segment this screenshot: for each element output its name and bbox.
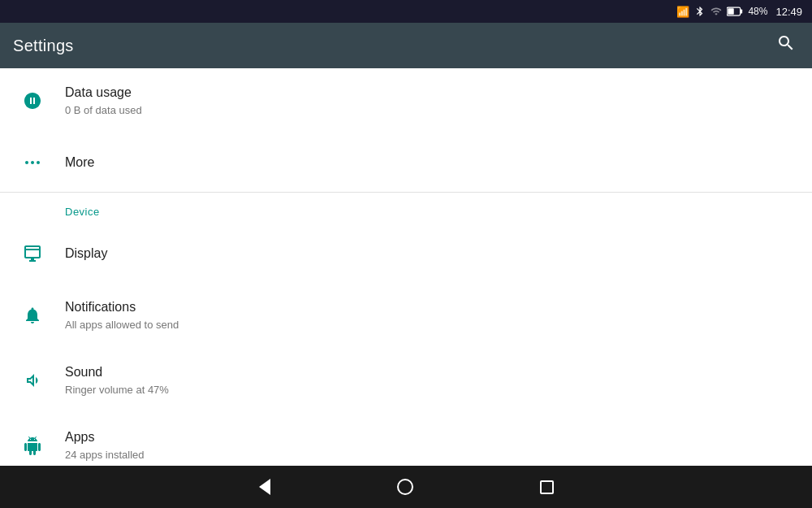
more-icon [23,153,42,172]
time-display: 12:49 [775,6,802,18]
search-icon [776,33,796,53]
more-icon-container [13,153,52,172]
search-button[interactable] [773,30,799,61]
status-bar-right: 📶 48% 12:49 [676,6,802,18]
notifications-title: Notifications [65,298,799,316]
data-usage-icon [23,91,42,111]
battery-percentage: 48% [748,6,767,17]
app-bar: Settings [0,23,812,68]
data-usage-text: Data usage 0 B of data used [65,84,799,117]
svg-rect-2 [728,8,735,15]
more-text: More [65,154,799,172]
apps-icon-container [13,436,52,455]
data-usage-item[interactable]: Data usage 0 B of data used [0,68,812,133]
data-usage-title: Data usage [65,84,799,102]
display-icon-container [13,244,52,263]
data-usage-subtitle: 0 B of data used [65,104,799,118]
display-text: Display [65,245,799,263]
data-usage-icon-container [13,91,52,111]
display-icon [23,244,42,263]
sound-item[interactable]: Sound Ringer volume at 47% [0,348,812,413]
apps-text: Apps 24 apps installed [65,428,799,462]
notifications-item[interactable]: Notifications All apps allowed to send [0,283,812,348]
notifications-subtitle: All apps allowed to send [65,319,799,332]
recents-button[interactable] [533,474,560,501]
svg-rect-1 [741,10,743,14]
more-item[interactable]: More [0,133,812,192]
sound-icon-container [13,371,52,390]
sound-text: Sound Ringer volume at 47% [65,363,799,397]
app-bar-title: Settings [13,37,74,55]
bluetooth-icon: 📶 [676,6,689,18]
back-button[interactable] [253,472,277,501]
svg-point-4 [31,161,34,164]
device-section-header: Device [0,193,812,224]
recents-icon [540,480,554,494]
battery-icon [727,6,743,17]
svg-point-5 [37,161,40,164]
apps-icon [23,436,42,455]
apps-title: Apps [65,428,799,446]
apps-subtitle: 24 apps installed [65,449,799,462]
notifications-text: Notifications All apps allowed to send [65,298,799,332]
signal-icon [710,6,722,17]
sound-title: Sound [65,363,799,381]
apps-item[interactable]: Apps 24 apps installed [0,413,812,466]
more-title: More [65,154,799,172]
home-icon [397,479,413,495]
sound-subtitle: Ringer volume at 47% [65,384,799,397]
settings-content: Data usage 0 B of data used More Device … [0,68,812,466]
status-bar: 📶 48% 12:49 [0,0,812,23]
svg-point-3 [25,161,28,164]
notifications-icon-container [13,306,52,325]
home-button[interactable] [391,472,420,501]
display-item[interactable]: Display [0,224,812,283]
nav-bar [0,466,812,508]
bluetooth-icon [694,6,706,17]
notifications-icon [23,306,42,325]
back-icon [259,479,270,495]
sound-icon [23,371,42,390]
display-title: Display [65,245,799,263]
